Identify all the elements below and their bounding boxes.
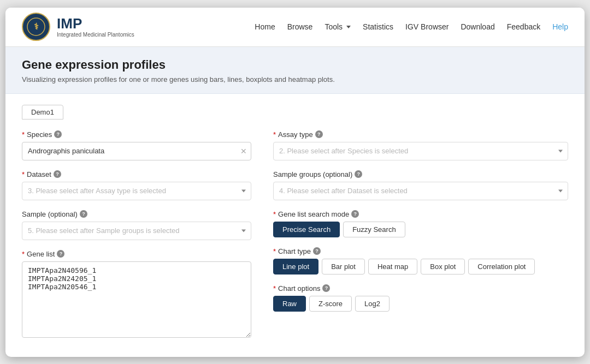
tools-chevron-icon: [346, 26, 351, 28]
species-input[interactable]: [22, 142, 251, 160]
chart-type-required-star: *: [273, 247, 276, 255]
sample-groups-label: Sample groups (optional) ?: [273, 170, 568, 178]
nav-home[interactable]: Home: [255, 22, 275, 31]
page-header: Gene expression profiles Visualizing exp…: [5, 47, 585, 94]
page-title: Gene expression profiles: [22, 58, 568, 72]
chart-options-label: * Chart options ?: [273, 284, 568, 293]
page-subtitle: Visualizing expression profiles for one …: [22, 75, 568, 83]
search-mode-label: * Gene list search mode ?: [273, 210, 568, 218]
nav-tools-dropdown[interactable]: Tools: [324, 22, 351, 31]
form-left-column: * Species ? ✕ * Dataset ?: [22, 130, 251, 338]
nav-links: Home Browse Tools Statistics IGV Browser…: [255, 22, 568, 31]
brand-subtitle: Integrated Medicinal Plantomics: [57, 32, 134, 38]
sample-groups-label-text: Sample groups (optional): [273, 170, 352, 178]
search-mode-btn-group: Precise Search Fuzzy Search: [273, 222, 568, 237]
svg-text:⚕: ⚕: [34, 22, 39, 31]
dataset-required-star: *: [22, 170, 25, 178]
assay-type-select[interactable]: 2. Please select after Species is select…: [273, 142, 568, 160]
chart-options-btn-group: Raw Z-score Log2: [273, 296, 568, 312]
line-plot-button[interactable]: Line plot: [273, 259, 318, 275]
zscore-button[interactable]: Z-score: [309, 296, 352, 312]
gene-list-textarea[interactable]: IMPTApa2N40596_1 IMPTApa2N24205_1 IMPTAp…: [22, 261, 251, 338]
gene-list-group: * Gene list ? IMPTApa2N40596_1 IMPTApa2N…: [22, 250, 251, 338]
dataset-label: * Dataset ?: [22, 170, 251, 178]
chart-type-label-text: Chart type: [278, 247, 311, 255]
nav-igv-browser[interactable]: IGV Browser: [405, 22, 449, 31]
dataset-select[interactable]: 3. Please select after Assay type is sel…: [22, 182, 251, 200]
precise-search-button[interactable]: Precise Search: [273, 222, 340, 237]
sample-group: Sample (optional) ? 5. Please select aft…: [22, 210, 251, 240]
fuzzy-search-button[interactable]: Fuzzy Search: [343, 222, 405, 237]
navbar: ⚕ IMP Integrated Medicinal Plantomics Ho…: [5, 8, 585, 47]
sample-groups-group: Sample groups (optional) ? 4. Please sel…: [273, 170, 568, 200]
nav-statistics[interactable]: Statistics: [363, 22, 393, 31]
nav-browse[interactable]: Browse: [287, 22, 313, 31]
search-mode-group: * Gene list search mode ? Precise Search…: [273, 210, 568, 237]
chart-options-group: * Chart options ? Raw Z-score Log2: [273, 284, 568, 312]
form-right-column: * Assay type ? 2. Please select after Sp…: [273, 130, 568, 338]
chart-options-label-text: Chart options: [278, 284, 320, 293]
chart-options-required-star: *: [273, 284, 276, 293]
demo-tab[interactable]: Demo1: [22, 105, 63, 120]
assay-type-group: * Assay type ? 2. Please select after Sp…: [273, 130, 568, 160]
main-content: Demo1 * Species ? ✕: [5, 94, 585, 349]
sample-select-wrapper: 5. Please select after Sample groups is …: [22, 222, 251, 240]
search-required-star: *: [273, 210, 276, 218]
sample-groups-select-wrapper: 4. Please select after Dataset is select…: [273, 182, 568, 200]
gene-list-label-text: Gene list: [27, 250, 55, 258]
heat-map-button[interactable]: Heat map: [368, 259, 417, 275]
dataset-info-icon[interactable]: ?: [54, 170, 61, 178]
chart-type-info-icon[interactable]: ?: [313, 247, 321, 255]
nav-download[interactable]: Download: [461, 22, 494, 31]
assay-type-label: * Assay type ?: [273, 130, 568, 139]
correlation-plot-button[interactable]: Correlation plot: [468, 259, 535, 275]
logo: ⚕: [22, 13, 50, 41]
brand-title: IMP: [57, 16, 134, 31]
assay-required-star: *: [273, 130, 276, 139]
log2-button[interactable]: Log2: [355, 296, 390, 312]
brand-text: IMP Integrated Medicinal Plantomics: [57, 16, 134, 38]
gene-list-required-star: *: [22, 250, 25, 258]
search-mode-label-text: Gene list search mode: [278, 210, 349, 218]
chart-type-group: * Chart type ? Line plot Bar plot Heat m…: [273, 247, 568, 275]
gene-list-info-icon[interactable]: ?: [57, 250, 64, 258]
species-required-star: *: [22, 130, 25, 139]
species-label-text: Species: [27, 130, 52, 139]
chart-type-label: * Chart type ?: [273, 247, 568, 255]
dataset-select-wrapper: 3. Please select after Assay type is sel…: [22, 182, 251, 200]
assay-type-select-wrapper: 2. Please select after Species is select…: [273, 142, 568, 160]
species-input-wrapper: ✕: [22, 142, 251, 160]
sample-select[interactable]: 5. Please select after Sample groups is …: [22, 222, 251, 240]
form: * Species ? ✕ * Dataset ?: [22, 130, 568, 338]
logo-icon: ⚕: [26, 17, 46, 37]
raw-button[interactable]: Raw: [273, 296, 306, 312]
assay-type-label-text: Assay type: [278, 130, 313, 139]
species-label: * Species ?: [22, 130, 251, 139]
assay-type-info-icon[interactable]: ?: [315, 130, 323, 138]
app-window: ⚕ IMP Integrated Medicinal Plantomics Ho…: [5, 8, 585, 357]
sample-info-icon[interactable]: ?: [80, 210, 87, 218]
nav-help[interactable]: Help: [552, 22, 568, 31]
gene-list-label: * Gene list ?: [22, 250, 251, 258]
box-plot-button[interactable]: Box plot: [421, 259, 465, 275]
species-clear-icon[interactable]: ✕: [240, 147, 247, 156]
sample-label-text: Sample (optional): [22, 210, 78, 218]
nav-feedback[interactable]: Feedback: [507, 22, 540, 31]
sample-label: Sample (optional) ?: [22, 210, 251, 218]
dataset-label-text: Dataset: [27, 170, 51, 178]
species-info-icon[interactable]: ?: [54, 130, 62, 138]
sample-groups-select[interactable]: 4. Please select after Dataset is select…: [273, 182, 568, 200]
search-mode-info-icon[interactable]: ?: [351, 210, 359, 218]
species-group: * Species ? ✕: [22, 130, 251, 160]
chart-options-info-icon[interactable]: ?: [322, 284, 330, 292]
dataset-group: * Dataset ? 3. Please select after Assay…: [22, 170, 251, 200]
sample-groups-info-icon[interactable]: ?: [355, 170, 362, 178]
bar-plot-button[interactable]: Bar plot: [322, 259, 365, 275]
nav-tools-label: Tools: [324, 22, 343, 31]
chart-type-btn-group: Line plot Bar plot Heat map Box plot Cor…: [273, 259, 568, 275]
brand: ⚕ IMP Integrated Medicinal Plantomics: [22, 13, 134, 41]
